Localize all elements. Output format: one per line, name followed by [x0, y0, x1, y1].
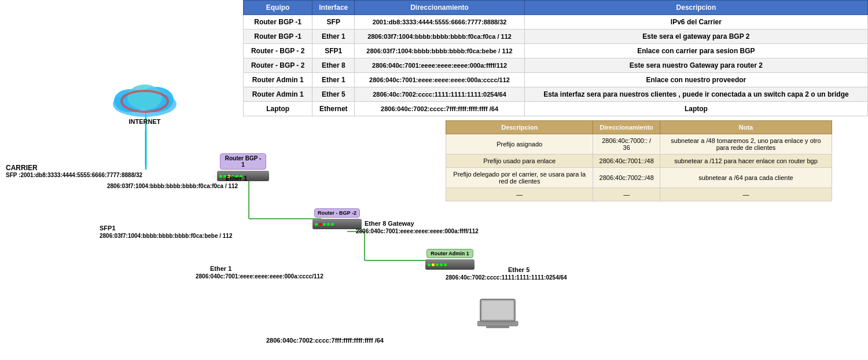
router-bgp1-label: Router BGP -1 — [220, 153, 267, 170]
table-cell: — — [660, 188, 832, 201]
ether8-label: Ether 8 Gateway — [365, 220, 414, 227]
internet-node: INTERNET — [107, 75, 182, 125]
table-cell: subnetear a /48 tomaremos 2, uno para en… — [660, 134, 832, 155]
laptop-addr: 2806:040c:7002:cccc:7fff:ffff:ffff:ffff … — [266, 337, 384, 344]
table-cell: 2806:40c:7001::/48 — [593, 155, 660, 168]
col2-nota: Nota — [660, 121, 832, 134]
ether5-label: Ether 5 — [508, 266, 529, 273]
table-cell: Laptop — [524, 102, 867, 116]
ether1-addr: 2806:03f7:1004:bbbb:bbbb:bbbb:f0ca:f0ca … — [107, 183, 238, 189]
table-cell: — — [446, 188, 593, 201]
svg-rect-21 — [486, 326, 509, 328]
cloud-icon — [107, 75, 182, 122]
router-admin1-icon — [425, 259, 475, 270]
router-admin1-label: Router Admin 1 — [426, 249, 473, 258]
table-cell: 2806:40c:7002::/48 — [593, 168, 660, 188]
ether5-addr: 2806:40c:7002:cccc:1111:1111:1111:0254/6… — [446, 274, 567, 281]
router-admin1: Router Admin 1 — [425, 249, 475, 270]
carrier-label: CARRIER — [6, 164, 38, 172]
col2-direccionamiento: Direccionamiento — [593, 121, 660, 134]
router-bgp2-icon — [312, 219, 362, 229]
table-cell: Este sera nuestro Gateway para router 2 — [524, 58, 867, 73]
svg-point-16 — [127, 85, 162, 110]
table-cell: — — [593, 188, 660, 201]
col-descripcion: Descripcion — [524, 1, 867, 15]
ether1b-label: Ether 1 — [210, 265, 231, 272]
svg-rect-20 — [477, 321, 518, 326]
svg-rect-19 — [482, 301, 513, 319]
table-cell: 2806:40c:7000:: / 36 — [593, 134, 660, 155]
table-cell: Prefijo asignado — [446, 134, 593, 155]
second-table: Descripcion Direccionamiento Nota Prefij… — [446, 120, 832, 201]
sfp1-addr: 2806:03f7:1004:bbbb:bbbb:bbbb:f0ca:bebe … — [100, 233, 233, 239]
carrier-addr: SFP :2001:db8:3333:4444:5555:6666:7777:8… — [6, 172, 142, 178]
table-cell: Esta interfaz sera para nuestros cliente… — [524, 87, 867, 102]
table-cell: Enlace con carrier para sesion BGP — [524, 44, 867, 58]
router-bgp2: Router - BGP -2 — [312, 208, 362, 229]
table-cell: subnetear a /112 para hacer enlace con r… — [660, 155, 832, 168]
network-diagram: INTERNET CARRIER SFP :2001:db8:3333:4444… — [0, 0, 446, 360]
second-table-container: Descripcion Direccionamiento Nota Prefij… — [446, 120, 832, 201]
laptop-icon — [477, 298, 524, 338]
table-cell: Prefijo delegado por el carrier, se usar… — [446, 168, 593, 188]
table-cell: Prefijo usado para enlace — [446, 155, 593, 168]
ether8-addr: 2806:040c:7001:eeee:eeee:eeee:000a:ffff/… — [356, 228, 479, 234]
table-cell: Enlace con nuestro proveedor — [524, 73, 867, 87]
sfp1-label: SFP1 — [100, 225, 116, 232]
ether1-label: Ether 1 — [226, 175, 247, 182]
router-bgp2-label: Router - BGP -2 — [314, 208, 360, 218]
table-cell: subnetear a /64 para cada cliente — [660, 168, 832, 188]
table-cell: IPv6 del Carrier — [524, 15, 867, 30]
col2-descripcion: Descripcion — [446, 121, 593, 134]
table-cell: Este sera el gateway para BGP 2 — [524, 30, 867, 44]
ether1b-addr: 2806:040c:7001:eeee:eeee:eeee:000a:cccc/… — [196, 273, 323, 280]
